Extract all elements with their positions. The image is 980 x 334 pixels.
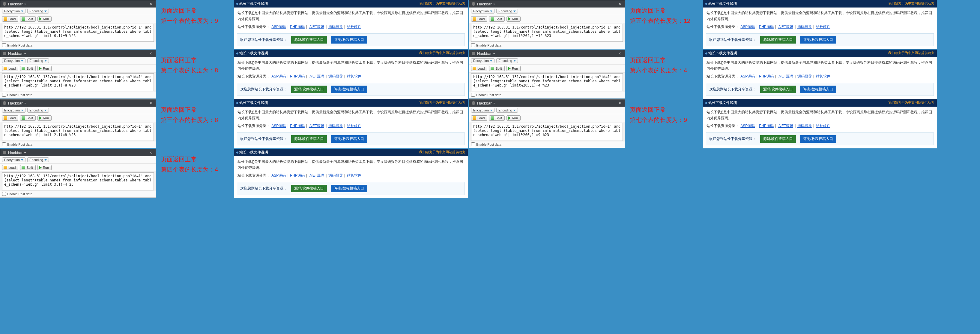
split-button[interactable]: Split <box>489 16 504 22</box>
category-link[interactable]: ASP源码 <box>271 74 286 78</box>
submit-source-button[interactable]: 源码/软件投稿入口 <box>291 36 327 43</box>
run-button[interactable]: Run <box>506 66 520 71</box>
encoding-dropdown[interactable]: Encoding <box>496 108 518 113</box>
submit-source-button[interactable]: 源码/软件投稿入口 <box>760 86 796 93</box>
category-link[interactable]: ASP源码 <box>271 25 286 29</box>
category-link[interactable]: .NET源码 <box>778 25 793 29</box>
category-link[interactable]: 站长软件 <box>816 124 830 128</box>
url-textarea[interactable]: http://192.168.31.131/control/sqlinject/… <box>2 24 154 42</box>
enable-post-checkbox[interactable] <box>471 43 475 47</box>
load-button[interactable]: Load <box>471 66 487 71</box>
category-link[interactable]: ASP源码 <box>271 173 286 177</box>
submit-source-button[interactable]: 源码/软件投稿入口 <box>291 135 327 143</box>
submit-review-button[interactable]: 评测/教程投稿入口 <box>800 36 836 43</box>
submit-source-button[interactable]: 源码/软件投稿入口 <box>291 185 327 192</box>
enable-post-checkbox[interactable] <box>2 93 6 97</box>
load-button[interactable]: Load <box>2 16 18 22</box>
enable-post-checkbox[interactable] <box>2 142 6 146</box>
encoding-dropdown[interactable]: Encoding <box>27 58 49 63</box>
category-link[interactable]: 站长软件 <box>347 25 361 29</box>
submit-review-button[interactable]: 评测/教程投稿入口 <box>331 185 367 192</box>
run-button[interactable]: Run <box>38 165 52 170</box>
category-link[interactable]: 站长软件 <box>347 74 361 78</box>
enable-post-checkbox[interactable] <box>2 192 6 196</box>
close-icon[interactable]: × <box>148 2 153 6</box>
encoding-dropdown[interactable]: Encoding <box>27 108 49 113</box>
enable-post-checkbox[interactable] <box>471 142 475 146</box>
close-icon[interactable]: × <box>148 101 153 105</box>
run-button[interactable]: Run <box>38 66 52 71</box>
enable-post-checkbox[interactable] <box>471 93 475 97</box>
category-link[interactable]: 站长软件 <box>347 124 361 128</box>
category-link[interactable]: 源码报导 <box>797 74 812 78</box>
category-link[interactable]: ASP源码 <box>740 25 755 29</box>
url-textarea[interactable]: http://192.168.31.131/control/sqlinject/… <box>471 123 623 141</box>
submit-review-button[interactable]: 评测/教程投稿入口 <box>331 135 367 143</box>
category-link[interactable]: PHP源码 <box>290 25 305 29</box>
category-link[interactable]: 站长软件 <box>347 173 361 177</box>
category-link[interactable]: ASP源码 <box>740 74 755 78</box>
category-link[interactable]: ASP源码 <box>271 124 286 128</box>
run-button[interactable]: Run <box>506 115 520 121</box>
category-link[interactable]: PHP源码 <box>759 25 774 29</box>
category-link[interactable]: 站长软件 <box>816 25 830 29</box>
load-button[interactable]: Load <box>2 165 18 170</box>
category-link[interactable]: .NET源码 <box>778 124 793 128</box>
split-button[interactable]: Split <box>20 16 35 22</box>
category-link[interactable]: PHP源码 <box>290 173 305 177</box>
load-button[interactable]: Load <box>471 16 487 22</box>
split-button[interactable]: Split <box>20 165 35 170</box>
category-link[interactable]: 源码报导 <box>797 124 812 128</box>
url-textarea[interactable]: http://192.168.31.131/control/sqlinject/… <box>2 73 154 91</box>
split-button[interactable]: Split <box>20 115 35 121</box>
category-link[interactable]: PHP源码 <box>290 74 305 78</box>
category-link[interactable]: PHP源码 <box>759 74 774 78</box>
close-icon[interactable]: × <box>617 101 622 105</box>
url-textarea[interactable]: http://192.168.31.131/control/sqlinject/… <box>2 173 154 190</box>
load-button[interactable]: Load <box>471 115 487 121</box>
encoding-dropdown[interactable]: Encoding <box>27 157 49 162</box>
enable-post-checkbox[interactable] <box>2 43 6 47</box>
split-button[interactable]: Split <box>489 115 504 121</box>
encryption-dropdown[interactable]: Encryption <box>2 108 25 113</box>
encryption-dropdown[interactable]: Encryption <box>471 108 495 113</box>
category-link[interactable]: .NET源码 <box>309 124 324 128</box>
encryption-dropdown[interactable]: Encryption <box>471 58 495 63</box>
submit-source-button[interactable]: 源码/软件投稿入口 <box>760 36 796 43</box>
submit-review-button[interactable]: 评测/教程投稿入口 <box>331 36 367 43</box>
category-link[interactable]: .NET源码 <box>309 25 324 29</box>
submit-source-button[interactable]: 源码/软件投稿入口 <box>760 135 796 143</box>
run-button[interactable]: Run <box>506 16 520 22</box>
encryption-dropdown[interactable]: Encryption <box>2 157 25 162</box>
submit-review-button[interactable]: 评测/教程投稿入口 <box>800 86 836 93</box>
close-icon[interactable]: × <box>148 150 153 155</box>
category-link[interactable]: 站长软件 <box>816 74 830 78</box>
submit-review-button[interactable]: 评测/教程投稿入口 <box>800 135 836 143</box>
load-button[interactable]: Load <box>2 66 18 71</box>
close-icon[interactable]: × <box>617 2 622 6</box>
submit-source-button[interactable]: 源码/软件投稿入口 <box>291 86 327 93</box>
category-link[interactable]: 源码报导 <box>328 173 343 177</box>
category-link[interactable]: 源码报导 <box>797 25 812 29</box>
url-textarea[interactable]: http://192.168.31.131/control/sqlinject/… <box>2 123 154 141</box>
category-link[interactable]: ASP源码 <box>740 124 755 128</box>
split-button[interactable]: Split <box>20 66 35 71</box>
category-link[interactable]: .NET源码 <box>309 74 324 78</box>
split-button[interactable]: Split <box>489 66 504 71</box>
category-link[interactable]: .NET源码 <box>778 74 793 78</box>
category-link[interactable]: PHP源码 <box>290 124 305 128</box>
load-button[interactable]: Load <box>2 115 18 121</box>
url-textarea[interactable]: http://192.168.31.131/control/sqlinject/… <box>471 24 623 42</box>
encoding-dropdown[interactable]: Encoding <box>496 9 518 13</box>
encoding-dropdown[interactable]: Encoding <box>496 58 518 63</box>
run-button[interactable]: Run <box>38 115 52 121</box>
encryption-dropdown[interactable]: Encryption <box>2 9 25 13</box>
category-link[interactable]: .NET源码 <box>309 173 324 177</box>
close-icon[interactable]: × <box>148 51 153 56</box>
category-link[interactable]: 源码报导 <box>328 25 343 29</box>
category-link[interactable]: PHP源码 <box>759 124 774 128</box>
submit-review-button[interactable]: 评测/教程投稿入口 <box>331 86 367 93</box>
run-button[interactable]: Run <box>38 16 52 22</box>
encryption-dropdown[interactable]: Encryption <box>2 58 25 63</box>
url-textarea[interactable]: http://192.168.31.131/control/sqlinject/… <box>471 73 623 91</box>
